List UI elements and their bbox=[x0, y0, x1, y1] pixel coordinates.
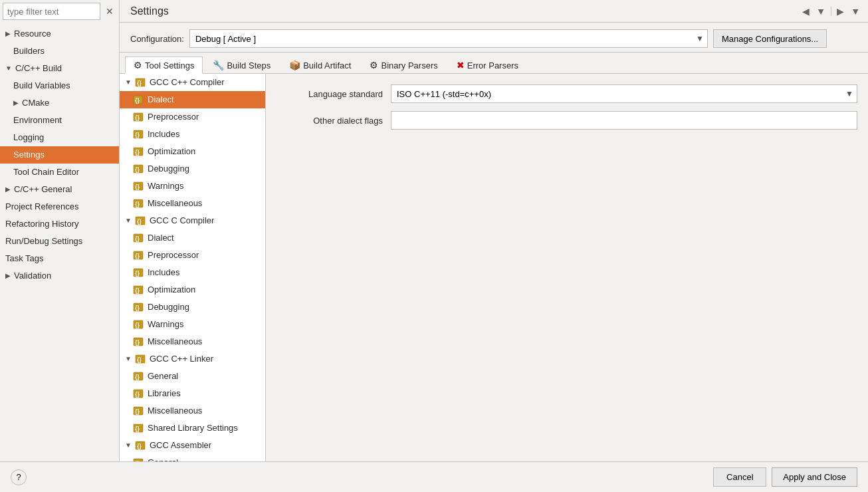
sidebar-item-toolchain[interactable]: Tool Chain Editor bbox=[0, 164, 119, 181]
svg-text:{}: {} bbox=[135, 166, 140, 173]
help-button[interactable]: ? bbox=[11, 469, 27, 485]
nav-forward-button[interactable]: ▶ bbox=[834, 5, 847, 18]
sidebar-item-run-debug[interactable]: Run/Debug Settings bbox=[0, 233, 119, 250]
sidebar-item-label: Task Tags bbox=[5, 251, 44, 266]
expand-icon: ▶ bbox=[5, 27, 11, 41]
tree-item-debugging-cpp[interactable]: {} Debugging bbox=[120, 160, 265, 178]
tree-item-dialect[interactable]: {} Dialect bbox=[120, 91, 265, 108]
tab-binary-parsers[interactable]: ⚙ Binary Parsers bbox=[361, 57, 446, 73]
tree-item-includes-c[interactable]: {} Includes bbox=[120, 264, 265, 281]
build-steps-icon: 🔧 bbox=[213, 60, 224, 70]
tree-item-preprocessor-cpp[interactable]: {} Preprocessor bbox=[120, 108, 265, 126]
tree-item-warnings-cpp[interactable]: {} Warnings bbox=[120, 178, 265, 195]
build-artifact-icon: 📦 bbox=[289, 60, 300, 70]
tree-item-miscellaneous-cpp[interactable]: {} Miscellaneous bbox=[120, 195, 265, 212]
dialect-icon: {} bbox=[133, 94, 144, 105]
tree-item-preprocessor-c[interactable]: {} Preprocessor bbox=[120, 247, 265, 264]
binary-parsers-icon: ⚙ bbox=[370, 60, 378, 70]
apply-close-button[interactable]: Apply and Close bbox=[772, 467, 857, 487]
tree-item-label: Optimization bbox=[148, 144, 195, 159]
tree-item-includes-cpp[interactable]: {} Includes bbox=[120, 126, 265, 143]
manage-configurations-button[interactable]: Manage Configurations... bbox=[713, 29, 827, 48]
tree-item-gcc-assembler[interactable]: ▼ {} GCC Assembler bbox=[120, 437, 265, 454]
sidebar-item-settings[interactable]: Settings bbox=[0, 146, 119, 164]
page-title: Settings bbox=[130, 5, 169, 17]
cancel-button[interactable]: Cancel bbox=[713, 467, 766, 487]
optimization-icon: {} bbox=[133, 146, 144, 157]
other-dialect-flags-input[interactable] bbox=[391, 111, 857, 130]
tree-item-label: Dialect bbox=[148, 92, 174, 107]
svg-text:{}: {} bbox=[135, 322, 140, 328]
tree-item-label: General bbox=[148, 455, 178, 461]
tree-item-label: Optimization bbox=[148, 283, 195, 297]
nav-forward-dropdown-button[interactable]: ▼ bbox=[848, 5, 863, 18]
preprocessor-c-icon: {} bbox=[133, 250, 144, 261]
tree-expand-icon: ▼ bbox=[125, 352, 132, 366]
sidebar-item-project-refs[interactable]: Project References bbox=[0, 198, 119, 215]
dialect-settings-panel: Language standard ISO C++11 (-std=c++0x)… bbox=[266, 74, 868, 461]
tree-item-gcc-c-compiler[interactable]: ▼ {} GCC C Compiler bbox=[120, 212, 265, 229]
tab-error-parsers[interactable]: ✖ Error Parsers bbox=[448, 57, 527, 73]
tree-item-debugging-c[interactable]: {} Debugging bbox=[120, 299, 265, 316]
includes-c-icon: {} bbox=[133, 267, 144, 278]
tree-item-label: General bbox=[148, 369, 178, 384]
sidebar-item-refactoring[interactable]: Refactoring History bbox=[0, 215, 119, 233]
tree-item-optimization-c[interactable]: {} Optimization bbox=[120, 281, 265, 299]
tree-item-libraries-linker[interactable]: {} Libraries bbox=[120, 385, 265, 402]
sidebar-item-logging[interactable]: Logging bbox=[0, 129, 119, 146]
tree-item-warnings-c[interactable]: {} Warnings bbox=[120, 316, 265, 333]
svg-text:{}: {} bbox=[135, 184, 140, 190]
tab-build-artifact[interactable]: 📦 Build Artifact bbox=[280, 57, 360, 73]
sidebar-item-label: Environment bbox=[13, 113, 62, 128]
svg-text:{}: {} bbox=[135, 339, 140, 346]
sidebar-item-resource[interactable]: ▶ Resource bbox=[0, 25, 119, 43]
tree-item-label: GCC C Compiler bbox=[150, 213, 215, 228]
tree-item-optimization-cpp[interactable]: {} Optimization bbox=[120, 143, 265, 160]
sidebar-item-cpp-general[interactable]: ▶ C/C++ General bbox=[0, 181, 119, 198]
svg-text:{}: {} bbox=[135, 149, 140, 156]
expand-icon: ▶ bbox=[13, 96, 19, 110]
sidebar-item-task-tags[interactable]: Task Tags bbox=[0, 250, 119, 267]
sidebar-item-cmake[interactable]: ▶ CMake bbox=[0, 94, 119, 112]
config-select[interactable]: Debug [ Active ] bbox=[189, 29, 708, 48]
tab-build-steps[interactable]: 🔧 Build Steps bbox=[204, 57, 279, 73]
tree-item-dialect-c[interactable]: {} Dialect bbox=[120, 229, 265, 247]
svg-text:{}: {} bbox=[135, 408, 140, 415]
svg-text:{}: {} bbox=[135, 391, 140, 398]
language-standard-label: Language standard bbox=[276, 89, 383, 99]
svg-text:{}: {} bbox=[137, 443, 142, 449]
tree-item-miscellaneous-c[interactable]: {} Miscellaneous bbox=[120, 333, 265, 350]
tabs-bar: ⚙ Tool Settings 🔧 Build Steps 📦 Build Ar… bbox=[120, 53, 868, 74]
expand-icon: ▶ bbox=[5, 269, 11, 283]
sidebar-item-label: Refactoring History bbox=[5, 217, 79, 231]
tree-item-label: Warnings bbox=[148, 179, 183, 193]
tree-item-label: Debugging bbox=[148, 162, 189, 176]
tree-item-general-assembler[interactable]: {} General bbox=[120, 454, 265, 461]
sidebar-item-validation[interactable]: ▶ Validation bbox=[0, 267, 119, 285]
sidebar-item-builders[interactable]: Builders bbox=[0, 43, 119, 60]
svg-text:{}: {} bbox=[135, 253, 140, 259]
tree-item-shared-lib-linker[interactable]: {} Shared Library Settings bbox=[120, 420, 265, 437]
tree-item-general-linker[interactable]: {} General bbox=[120, 368, 265, 385]
nav-back-button[interactable]: ◀ bbox=[800, 5, 812, 18]
tree-item-gcc-cpp-compiler[interactable]: ▼ {} GCC C++ Compiler bbox=[120, 74, 265, 91]
svg-text:{}: {} bbox=[137, 80, 142, 86]
tree-item-label: Debugging bbox=[148, 300, 189, 314]
miscellaneous-c-icon: {} bbox=[133, 336, 144, 347]
filter-input[interactable] bbox=[3, 3, 100, 20]
tool-settings-icon: ⚙ bbox=[134, 60, 142, 70]
nav-back-dropdown-button[interactable]: ▼ bbox=[814, 5, 828, 18]
sidebar-item-cpp-build[interactable]: ▼ C/C++ Build bbox=[0, 60, 119, 77]
sidebar-item-label: Builders bbox=[13, 44, 45, 59]
tree-item-miscellaneous-linker[interactable]: {} Miscellaneous bbox=[120, 402, 265, 420]
general-linker-icon: {} bbox=[133, 371, 144, 382]
svg-text:{}: {} bbox=[135, 235, 140, 242]
tree-item-label: Miscellaneous bbox=[148, 196, 202, 211]
tab-label: Binary Parsers bbox=[381, 61, 437, 70]
tab-tool-settings[interactable]: ⚙ Tool Settings bbox=[125, 57, 203, 74]
tree-item-gcc-cpp-linker[interactable]: ▼ {} GCC C++ Linker bbox=[120, 350, 265, 368]
sidebar-item-environment[interactable]: Environment bbox=[0, 112, 119, 129]
sidebar-item-build-variables[interactable]: Build Variables bbox=[0, 77, 119, 94]
language-standard-select[interactable]: ISO C++11 (-std=c++0x) ISO C++14 (-std=c… bbox=[391, 84, 857, 103]
filter-clear-button[interactable]: ✕ bbox=[103, 6, 116, 17]
